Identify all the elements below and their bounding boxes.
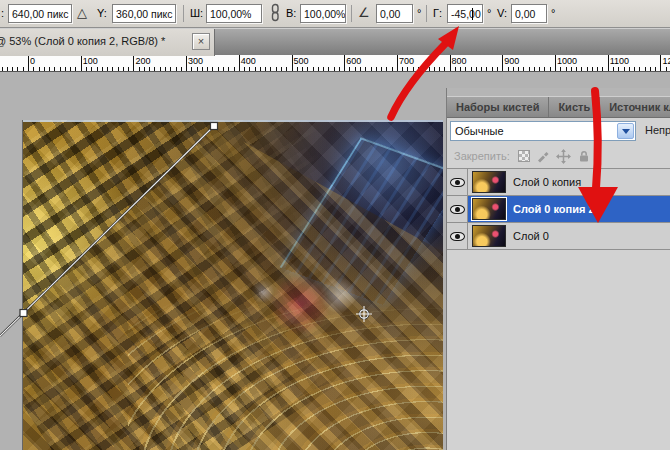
layer-name: Слой 0 копия (513, 176, 581, 188)
ruler[interactable]: 0100200300400500600700800900100011001200 (0, 55, 670, 72)
eye-icon (450, 232, 465, 241)
ruler-tick-minor (587, 67, 588, 71)
ruler-tick-major (555, 55, 556, 71)
visibility-toggle[interactable] (447, 223, 468, 249)
ruler-tick-major (239, 55, 240, 71)
x-position-field[interactable]: 640,00 пикс (8, 4, 72, 23)
lock-paint-brush-icon[interactable] (536, 149, 550, 163)
ruler-tick-major (28, 55, 29, 71)
tab-clone-source[interactable]: Источник клонов (600, 97, 670, 117)
ruler-label: 300 (188, 56, 203, 66)
ruler-tick-minor (281, 67, 282, 71)
ruler-label: 1100 (610, 56, 629, 66)
blend-mode-select[interactable]: Обычные (450, 121, 636, 141)
ruler-tick-minor (460, 67, 461, 71)
link-dimensions-icon[interactable] (268, 3, 282, 27)
degree-sign: ° (417, 7, 421, 19)
ruler-tick-minor (360, 67, 361, 71)
ruler-tick-minor (334, 67, 335, 71)
ruler-tick-minor (228, 67, 229, 71)
ruler-tick-minor (307, 67, 308, 71)
lock-all-padlock-icon[interactable] (577, 149, 591, 163)
rotation-angle-field[interactable]: 0,00 (376, 4, 413, 23)
h-skew-value: -45,00 (451, 8, 481, 20)
tab-brush[interactable]: Кисть (549, 97, 600, 117)
layer-thumbnail[interactable] (472, 198, 506, 220)
width-scale-field[interactable]: 100,00% (206, 4, 262, 23)
toolbar-separator (351, 5, 352, 22)
ruler-tick-minor (518, 67, 519, 71)
ruler-tick-minor (613, 67, 614, 71)
ruler-tick-minor (313, 67, 314, 71)
h-skew-field[interactable]: -45,00 (447, 4, 483, 23)
ruler-tick-minor (302, 67, 303, 71)
ruler-tick-minor (23, 67, 24, 71)
ruler-tick-minor (544, 67, 545, 71)
lock-transparency-icon[interactable] (518, 150, 530, 162)
lock-label: Закрепить: (454, 150, 510, 162)
ruler-tick-minor (70, 67, 71, 71)
lock-row: Закрепить: (447, 144, 670, 168)
visibility-toggle[interactable] (447, 169, 468, 195)
ruler-label: 0 (30, 56, 35, 66)
close-document-button[interactable]: × (192, 33, 210, 50)
ruler-label: 700 (399, 56, 414, 66)
ruler-label: 1000 (557, 56, 577, 66)
ruler-tick-minor (566, 67, 567, 71)
ruler-tick-minor (465, 67, 466, 71)
ruler-tick-minor (128, 67, 129, 71)
relative-position-triangle-icon[interactable]: △ (77, 5, 87, 21)
ruler-tick-minor (339, 67, 340, 71)
layer-thumbnail[interactable] (472, 225, 506, 247)
ruler-tick-minor (255, 67, 256, 71)
layer-thumbnail[interactable] (472, 171, 506, 193)
ruler-tick-minor (112, 67, 113, 71)
ruler-label: 800 (452, 56, 467, 66)
layer-row-selected[interactable]: Слой 0 копия 2 (447, 196, 670, 223)
ruler-tick-minor (44, 67, 45, 71)
tab-brush-presets[interactable]: Наборы кистей (447, 97, 549, 117)
ruler-tick-minor (497, 67, 498, 71)
document-tab[interactable]: @ 53% (Слой 0 копия 2, RGB/8) * × (0, 29, 215, 56)
ruler-tick-minor (392, 67, 393, 71)
toolbar-separator (426, 5, 427, 22)
ruler-tick-major (608, 55, 609, 71)
ruler-tick-minor (323, 67, 324, 71)
v-skew-field[interactable]: 0,00 (511, 4, 547, 23)
ruler-tick-minor (191, 67, 192, 71)
ruler-tick-major (344, 55, 345, 71)
ruler-tick-minor (207, 67, 208, 71)
layer-row[interactable]: Слой 0 копия (447, 169, 670, 196)
ruler-tick-minor (7, 67, 8, 71)
lock-position-move-icon[interactable] (556, 149, 571, 164)
ruler-tick-minor (571, 67, 572, 71)
ruler-tick-minor (381, 67, 382, 71)
layer-list: Слой 0 копия Слой 0 копия 2 Слой 0 (447, 168, 670, 250)
panel-dock-header[interactable] (447, 88, 670, 97)
height-scale-field[interactable]: 100,00% (300, 4, 346, 23)
y-position-field[interactable]: 360,00 пикс (112, 4, 176, 23)
ruler-tick-minor (49, 67, 50, 71)
document-title: @ 53% (Слой 0 копия 2, RGB/8) * (0, 35, 165, 47)
chevron-down-icon[interactable] (617, 123, 634, 139)
ruler-tick-minor (407, 67, 408, 71)
mosaic-effect-overlay (23, 120, 443, 450)
ruler-tick-major (81, 55, 82, 71)
ruler-tick-minor (176, 67, 177, 71)
ruler-tick-minor (39, 67, 40, 71)
v-skew-field-label: V: (497, 7, 507, 19)
ruler-tick-minor (160, 67, 161, 71)
photoshop-window: { "toolbar": { "x_label": ":", "x_value"… (0, 0, 670, 450)
layer-name: Слой 0 копия 2 (513, 203, 595, 215)
visibility-toggle[interactable] (447, 196, 468, 222)
ruler-tick-minor (481, 67, 482, 71)
ruler-tick-minor (154, 67, 155, 71)
ruler-tick-minor (197, 67, 198, 71)
ruler-tick-minor (666, 67, 667, 71)
ruler-tick-minor (492, 67, 493, 71)
ruler-tick-minor (523, 67, 524, 71)
layer-name: Слой 0 (513, 230, 549, 242)
canvas-image[interactable] (22, 120, 443, 450)
layer-row[interactable]: Слой 0 (447, 223, 670, 250)
eye-icon (450, 205, 465, 214)
